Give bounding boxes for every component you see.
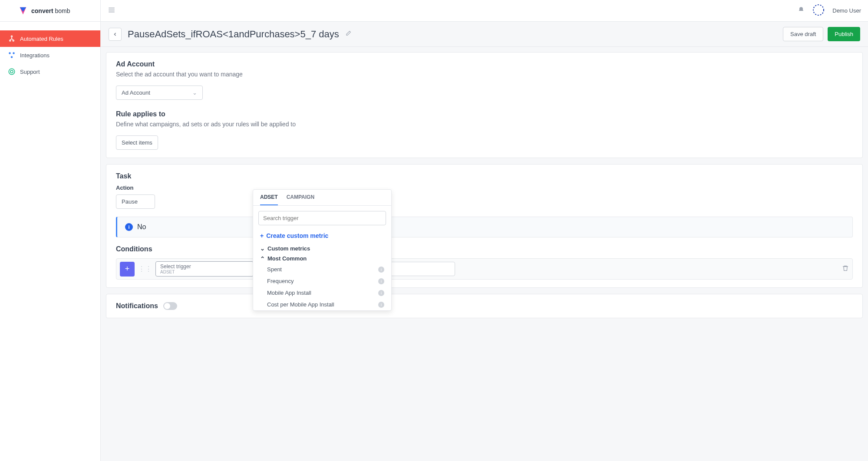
trash-icon[interactable] <box>842 265 849 273</box>
conditions-title: Conditions <box>116 245 853 253</box>
note-text: No <box>137 223 146 231</box>
topbar: Demo User <box>101 0 868 22</box>
info-icon: i <box>125 223 133 231</box>
sidebar-item-automated-rules[interactable]: Automated Rules <box>0 30 100 47</box>
back-button[interactable] <box>109 28 122 41</box>
select-items-button[interactable]: Select items <box>116 135 158 150</box>
tab-campaign[interactable]: CAMPAIGN <box>287 194 314 205</box>
svg-point-8 <box>9 69 15 75</box>
logo: convert bomb <box>0 0 100 22</box>
trigger-dropdown: ADSET CAMPAIGN + Create custom metric ⌄ … <box>253 189 392 311</box>
metric-item[interactable]: Cost per Mobile App Install i <box>253 299 391 310</box>
svg-point-6 <box>13 52 15 54</box>
ad-account-title: Ad Account <box>116 60 853 68</box>
info-icon: i <box>378 278 384 284</box>
svg-point-4 <box>13 40 14 41</box>
info-icon: i <box>378 290 384 296</box>
ad-account-subtitle: Select the ad account that you want to m… <box>116 71 853 78</box>
bell-icon[interactable] <box>798 7 805 15</box>
trigger-select[interactable]: Select trigger ADSET <box>155 261 254 277</box>
publish-button[interactable]: Publish <box>828 27 860 41</box>
svg-point-2 <box>11 36 13 37</box>
notifications-title: Notifications <box>116 302 158 310</box>
avatar-icon[interactable] <box>812 4 825 18</box>
user-name[interactable]: Demo User <box>832 7 861 14</box>
info-icon: i <box>378 267 384 273</box>
sidebar-item-support[interactable]: Support <box>0 63 100 80</box>
task-card: Task Action Pause i No Conditions + ⋮⋮ <box>106 164 863 288</box>
value-input[interactable] <box>381 262 455 276</box>
group-custom-metrics[interactable]: ⌄ Custom metrics <box>253 244 391 254</box>
plus-icon: + <box>260 232 264 239</box>
action-label: Action <box>116 184 853 191</box>
save-draft-button[interactable]: Save draft <box>783 27 823 41</box>
tab-adset[interactable]: ADSET <box>260 194 278 205</box>
sidebar-item-label: Integrations <box>20 52 50 59</box>
add-condition-button[interactable]: + <box>120 262 135 277</box>
notifications-card: Notifications <box>106 294 863 318</box>
drag-handle-icon[interactable]: ⋮⋮ <box>138 265 152 273</box>
info-icon: i <box>378 302 384 308</box>
note-box: i No <box>116 217 853 237</box>
nav: Automated Rules Integrations Support <box>0 22 100 80</box>
rules-icon <box>8 35 16 43</box>
svg-point-9 <box>10 70 13 73</box>
sidebar-item-label: Automated Rules <box>20 36 63 42</box>
support-icon <box>8 68 16 76</box>
sidebar-item-label: Support <box>20 69 40 75</box>
integrations-icon <box>8 51 16 59</box>
chevron-down-icon: ⌄ <box>192 89 197 96</box>
search-trigger-input[interactable] <box>258 211 386 225</box>
svg-point-13 <box>813 5 824 15</box>
condition-row: + ⋮⋮ Select trigger ADSET Lifetime ⌄ > ⌄ <box>116 258 853 280</box>
rule-applies-subtitle: Define what campaigns, ad sets or ads yo… <box>116 121 853 128</box>
page-title: PauseAdSets_ifROAS<1andPurchases>5_7 day… <box>128 29 339 40</box>
metric-item[interactable]: Mobile App Install i <box>253 287 391 299</box>
metric-item[interactable]: Spent i <box>253 263 391 275</box>
sidebar: convert bomb Automated Rules Integration… <box>0 0 101 461</box>
metric-item[interactable]: Frequency i <box>253 275 391 287</box>
ad-account-card: Ad Account Select the ad account that yo… <box>106 52 863 158</box>
create-custom-metric[interactable]: + Create custom metric <box>253 230 391 244</box>
rule-applies-title: Rule applies to <box>116 110 853 118</box>
chevron-up-icon: ⌄ <box>260 255 265 262</box>
task-title: Task <box>116 172 853 180</box>
svg-point-3 <box>10 40 11 41</box>
edit-icon[interactable] <box>345 30 351 38</box>
action-select[interactable]: Pause <box>116 194 155 209</box>
logo-text: convert bomb <box>31 7 70 14</box>
page-header: PauseAdSets_ifROAS<1andPurchases>5_7 day… <box>101 22 868 47</box>
chevron-down-icon: ⌄ <box>260 245 265 252</box>
svg-point-5 <box>9 52 11 54</box>
logo-icon <box>18 6 28 16</box>
svg-point-7 <box>11 56 13 58</box>
group-most-common[interactable]: ⌄ Most Common <box>253 254 391 263</box>
hamburger-icon[interactable] <box>108 6 116 16</box>
notifications-toggle[interactable] <box>163 302 177 310</box>
sidebar-item-integrations[interactable]: Integrations <box>0 47 100 63</box>
ad-account-select[interactable]: Ad Account ⌄ <box>116 86 203 100</box>
svg-marker-1 <box>20 7 26 11</box>
